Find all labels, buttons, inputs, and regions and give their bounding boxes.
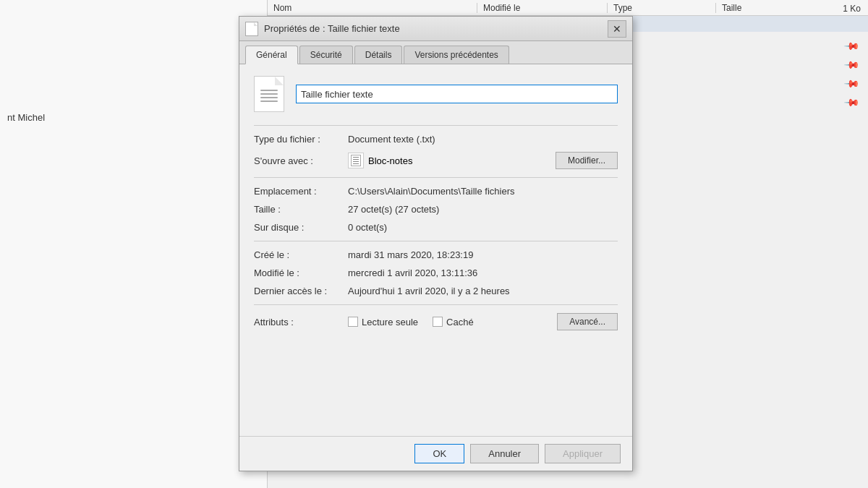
opens-with-label: S'ouvre avec : — [254, 155, 348, 166]
tab-general[interactable]: Général — [245, 46, 298, 64]
lecture-seule-label: Lecture seule — [362, 317, 418, 328]
col-modifie[interactable]: Modifié le — [477, 3, 608, 13]
dialog-tabs: Général Sécurité Détails Versions précéd… — [239, 41, 632, 64]
type-value: Document texte (.txt) — [348, 134, 618, 145]
file-name-section — [254, 76, 618, 112]
file-line-3 — [260, 97, 278, 98]
pin-icon-1: 📌 — [843, 38, 860, 54]
opens-with-row: S'ouvre avec : Bloc-notes Modifier... — [254, 148, 618, 173]
divider-2 — [254, 177, 618, 178]
cache-box[interactable] — [433, 317, 443, 327]
emplacement-label: Emplacement : — [254, 186, 348, 197]
attributes-controls: Lecture seule Caché — [348, 317, 557, 328]
divider-3 — [254, 241, 618, 241]
type-row: Type du fichier : Document texte (.txt) — [254, 130, 618, 148]
attributes-row: Attributs : Lecture seule Caché Avancé..… — [254, 309, 618, 334]
sur-disque-label: Sur disque : — [254, 222, 348, 233]
pin-icon-2: 📌 — [843, 56, 860, 73]
file-line-1 — [260, 90, 278, 91]
lecture-seule-checkbox[interactable]: Lecture seule — [348, 317, 418, 328]
file-size-top: 1 Ko — [843, 4, 861, 14]
column-header: Nom Modifié le Type Taille — [268, 0, 868, 16]
modifie-value: mercredi 1 avril 2020, 13:11:36 — [348, 267, 618, 278]
divider-4 — [254, 304, 618, 305]
notepad-icon-inner — [351, 155, 361, 166]
ok-button[interactable]: OK — [414, 444, 464, 463]
desktop-background: Nom Modifié le Type Taille Taille fichie… — [0, 0, 868, 488]
modifier-button[interactable]: Modifier... — [556, 152, 618, 169]
appliquer-button[interactable]: Appliquer — [545, 444, 621, 463]
file-icon-lines — [260, 90, 278, 104]
taille-value: 27 octet(s) (27 octets) — [348, 204, 618, 215]
dialog-titlebar: Propriétés de : Taille fichier texte ✕ — [239, 17, 632, 41]
file-line-2 — [260, 93, 278, 95]
big-file-icon — [254, 76, 284, 112]
dialog-content: Type du fichier : Document texte (.txt) … — [239, 64, 632, 346]
tab-versions[interactable]: Versions précédentes — [404, 46, 509, 64]
tab-securite[interactable]: Sécurité — [299, 46, 353, 64]
pin-icon-3: 📌 — [843, 75, 860, 92]
col-nom[interactable]: Nom — [268, 3, 477, 13]
modifie-row: Modifié le : mercredi 1 avril 2020, 13:1… — [254, 264, 618, 282]
cree-value: mardi 31 mars 2020, 18:23:19 — [348, 249, 618, 260]
acces-value: Aujourd'hui 1 avril 2020, il y a 2 heure… — [348, 286, 618, 296]
cache-checkbox[interactable]: Caché — [433, 317, 474, 328]
acces-row: Dernier accès le : Aujourd'hui 1 avril 2… — [254, 282, 618, 300]
dialog-footer: OK Annuler Appliquer — [239, 436, 632, 471]
attributes-label: Attributs : — [254, 317, 348, 328]
type-label: Type du fichier : — [254, 134, 348, 145]
taille-label: Taille : — [254, 204, 348, 215]
cree-row: Créé le : mardi 31 mars 2020, 18:23:19 — [254, 246, 618, 264]
dialog-file-icon — [245, 22, 258, 36]
sidebar-username: nt Michel — [7, 112, 45, 123]
taille-row: Taille : 27 octet(s) (27 octets) — [254, 200, 618, 218]
modifie-label: Modifié le : — [254, 267, 348, 278]
file-line-4 — [260, 100, 278, 102]
lecture-seule-box[interactable] — [348, 317, 358, 327]
dialog-title-text: Propriétés de : Taille fichier texte — [264, 23, 400, 34]
properties-dialog: Propriétés de : Taille fichier texte ✕ G… — [239, 16, 633, 471]
notepad-icon — [348, 153, 364, 168]
filename-input[interactable] — [296, 85, 618, 103]
acces-label: Dernier accès le : — [254, 286, 348, 296]
avance-button[interactable]: Avancé... — [557, 313, 618, 330]
tab-details[interactable]: Détails — [354, 46, 403, 64]
sur-disque-row: Sur disque : 0 octet(s) — [254, 218, 618, 236]
emplacement-value: C:\Users\Alain\Documents\Taille fichiers — [348, 186, 618, 197]
col-taille[interactable]: Taille — [716, 3, 774, 13]
close-button[interactable]: ✕ — [608, 20, 626, 38]
col-type[interactable]: Type — [608, 3, 716, 13]
dialog-title-left: Propriétés de : Taille fichier texte — [245, 22, 400, 36]
sur-disque-value: 0 octet(s) — [348, 222, 618, 233]
pin-group: 📌 📌 📌 📌 — [846, 40, 857, 108]
cache-label: Caché — [446, 317, 474, 328]
sidebar: nt Michel — [0, 0, 268, 488]
pin-icon-4: 📌 — [843, 94, 860, 111]
opens-app-name: Bloc-notes — [368, 155, 412, 166]
annuler-button[interactable]: Annuler — [470, 444, 539, 463]
divider-1 — [254, 125, 618, 126]
cree-label: Créé le : — [254, 249, 348, 260]
opens-with-value: Bloc-notes — [348, 153, 556, 168]
emplacement-row: Emplacement : C:\Users\Alain\Documents\T… — [254, 182, 618, 200]
